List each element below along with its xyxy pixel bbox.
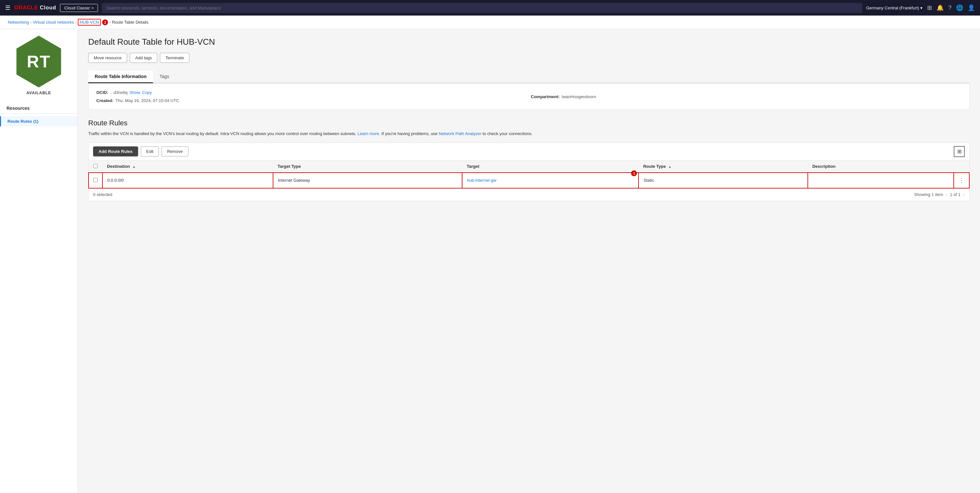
globe-icon[interactable]: 🌐 (956, 4, 963, 11)
route-rules-description: Traffic within the VCN is handled by the… (88, 130, 970, 137)
tab-tags[interactable]: Tags (153, 71, 176, 83)
pagination: Showing 1 item ‹ 1 of 1 › (914, 192, 965, 198)
cloud-classic-button[interactable]: Cloud Classic > (60, 4, 98, 12)
table-controls: Add Route Rules Edit Remove ⊞ (88, 143, 970, 160)
bell-icon[interactable]: 🔔 (937, 4, 944, 11)
main-layout: RT AVAILABLE Resources Route Rules (1) D… (0, 29, 980, 493)
created-label: Created: (96, 98, 113, 103)
breadcrumb-sep-2: › (75, 20, 76, 25)
user-avatar[interactable]: 👤 (968, 4, 975, 11)
action-buttons: Move resource Add tags Terminate (88, 53, 970, 63)
row-checkbox-cell (89, 173, 102, 188)
col-route-type[interactable]: Route Type ▲ (638, 160, 808, 173)
target-cell: hub-internet-gw 1 (462, 173, 638, 188)
col-actions-header (954, 160, 969, 173)
console-icon[interactable]: ⊞ (927, 4, 932, 11)
learn-more-link[interactable]: Learn more. (358, 131, 380, 136)
destination-sort-icon: ▲ (132, 165, 135, 168)
destination-cell: 0.0.0.0/0 (102, 173, 273, 188)
ocid-label: OCID: (96, 90, 108, 95)
hub-vcn-badge: 2 (102, 19, 108, 25)
sidebar: RT AVAILABLE Resources Route Rules (1) (0, 29, 78, 493)
ocid-show-link[interactable]: Show (129, 90, 140, 95)
breadcrumb-networking[interactable]: Networking (8, 20, 29, 25)
prev-page-button[interactable]: ‹ (946, 192, 947, 198)
resources-label: Resources (0, 102, 78, 113)
select-all-header (89, 160, 102, 173)
description-cell (808, 173, 954, 188)
route-rules-title: Route Rules (88, 119, 970, 127)
ocid-copy-link[interactable]: Copy (142, 90, 152, 95)
breadcrumb-sep-3: › (109, 20, 111, 25)
terminate-button[interactable]: Terminate (160, 53, 189, 63)
sidebar-icon-area: RT AVAILABLE (0, 36, 78, 102)
created-row: Created: Thu, May 16, 2024, 07:15:04 UTC (96, 98, 527, 103)
network-path-analyzer-link[interactable]: Network Path Analyzer (439, 131, 482, 136)
row-actions-cell: ⋮ (954, 173, 969, 188)
breadcrumb-sep-1: › (30, 20, 32, 25)
info-grid: OCID: ...d3nx6q Show Copy Created: Thu, … (96, 90, 961, 103)
target-type-cell: Internet Gateway (273, 173, 462, 188)
help-icon[interactable]: ? (948, 5, 951, 11)
next-page-button[interactable]: › (963, 192, 965, 198)
route-table: Destination ▲ Target Type Target Route T… (88, 160, 970, 189)
grid-icon: ⊞ (957, 148, 961, 154)
add-tags-button[interactable]: Add tags (130, 53, 157, 63)
col-description: Description (808, 160, 954, 173)
select-all-checkbox[interactable] (93, 164, 98, 168)
col-destination[interactable]: Destination ▲ (102, 160, 273, 173)
row-actions-menu[interactable]: ⋮ (959, 177, 964, 184)
content-area: Default Route Table for HUB-VCN Move res… (78, 29, 980, 493)
breadcrumb-hub-vcn[interactable]: HUB-VCN (78, 19, 101, 25)
col-target: Target (462, 160, 638, 173)
table-footer: 0 selected Showing 1 item ‹ 1 of 1 › (88, 189, 970, 201)
page-title: Default Route Table for HUB-VCN (88, 37, 970, 47)
target-link[interactable]: hub-internet-gw (467, 178, 496, 183)
sidebar-divider (0, 113, 78, 114)
info-ocid-row: OCID: ...d3nx6q Show Copy Created: Thu, … (96, 90, 527, 103)
row-badge: 1 (631, 170, 637, 176)
ocid-value: ...d3nx6q (110, 90, 128, 95)
route-type-sort-icon: ▲ (668, 165, 671, 168)
tabs: Route Table Information Tags (88, 71, 970, 83)
move-resource-button[interactable]: Move resource (88, 53, 127, 63)
showing-label: Showing 1 item (914, 192, 943, 197)
route-type-cell: Static (638, 173, 808, 188)
col-target-type: Target Type (273, 160, 462, 173)
add-route-rules-button[interactable]: Add Route Rules (93, 146, 138, 157)
breadcrumb-current: Route Table Details (112, 20, 148, 25)
region-label: Germany Central (Frankfurt) (866, 5, 919, 10)
compartment-label: Compartment: (531, 94, 560, 99)
region-chevron-icon: ▾ (920, 5, 923, 10)
table-row: 0.0.0.0/0 Internet Gateway hub-internet-… (89, 173, 969, 188)
sidebar-item-route-rules[interactable]: Route Rules (1) (0, 116, 78, 126)
hamburger-menu[interactable]: ☰ (5, 4, 10, 11)
compartment-row: Compartment: IwanHoogendoorn (531, 90, 961, 103)
region-selector[interactable]: Germany Central (Frankfurt) ▾ (866, 5, 923, 10)
nav-right: Germany Central (Frankfurt) ▾ ⊞ 🔔 ? 🌐 👤 (866, 4, 975, 11)
compartment-value: IwanHoogendoorn (562, 94, 596, 99)
help-grid-icon[interactable]: ⊞ (954, 146, 965, 157)
breadcrumb: Networking › Virtual cloud networks › HU… (0, 16, 980, 29)
search-input[interactable] (102, 3, 862, 13)
ocid-row: OCID: ...d3nx6q Show Copy (96, 90, 527, 95)
row-checkbox[interactable] (93, 178, 98, 182)
edit-button[interactable]: Edit (141, 146, 159, 157)
remove-button[interactable]: Remove (162, 146, 188, 157)
resource-icon: RT (13, 36, 65, 87)
status-badge: AVAILABLE (27, 91, 51, 95)
hexagon-container: RT (13, 36, 65, 87)
created-value: Thu, May 16, 2024, 07:15:04 UTC (115, 98, 179, 103)
tab-route-table-information[interactable]: Route Table Information (88, 71, 153, 83)
info-panel: OCID: ...d3nx6q Show Copy Created: Thu, … (88, 83, 970, 110)
page-info: 1 of 1 (950, 192, 961, 197)
breadcrumb-vcn[interactable]: Virtual cloud networks (33, 20, 74, 25)
oracle-logo: ORACLE Cloud (14, 5, 56, 11)
selected-count: 0 selected (93, 192, 112, 197)
top-navigation: ☰ ORACLE Cloud Cloud Classic > Germany C… (0, 0, 980, 16)
